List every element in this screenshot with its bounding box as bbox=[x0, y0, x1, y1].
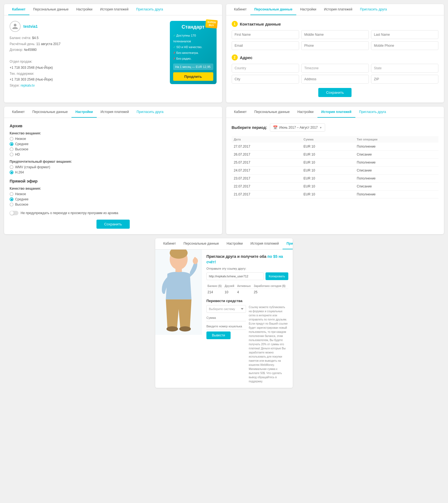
settings-save-button[interactable]: Сохранить bbox=[96, 220, 130, 229]
live-quality-label: Качество вещания: bbox=[10, 187, 217, 190]
amount-input[interactable] bbox=[206, 314, 246, 321]
tab-invite-p2[interactable]: Пригласить друга bbox=[356, 4, 391, 15]
username: testvia1 bbox=[23, 24, 38, 29]
payment-system-select[interactable]: Выберите систему bbox=[206, 305, 246, 313]
section-number-2: 2 bbox=[232, 54, 238, 60]
tab-history-p5[interactable]: История платежей bbox=[247, 238, 283, 249]
first-name-input[interactable] bbox=[232, 30, 299, 39]
tab-personal-p5[interactable]: Персональные данные bbox=[180, 238, 223, 249]
archive-quality-low[interactable]: Низкое bbox=[10, 137, 217, 141]
payment-date: 25.07.2017 bbox=[232, 159, 302, 167]
payment-date: 27.07.2017 bbox=[232, 143, 302, 151]
country-select[interactable]: Country bbox=[232, 64, 299, 73]
tab-personal-p1[interactable]: Персональные данные bbox=[29, 4, 73, 15]
live-title: Прямой эфир bbox=[10, 179, 217, 183]
tab-cabinet-p3[interactable]: Кабинет bbox=[8, 107, 29, 118]
tab-personal-p3[interactable]: Персональные данные bbox=[29, 107, 72, 118]
col-date: Дата bbox=[232, 136, 302, 143]
payment-amount: EUR 10 bbox=[301, 190, 355, 198]
payment-amount: EUR 10 bbox=[301, 159, 355, 167]
payment-date: 22.07.2017 bbox=[232, 183, 302, 190]
payment-type: Пополнение bbox=[355, 175, 438, 183]
mobile-input[interactable] bbox=[371, 41, 439, 50]
payments-tabs: Кабинет Персональные данные Настройки Ис… bbox=[226, 107, 444, 118]
table-row: 26.07.2017 EUR 10 Списание bbox=[232, 151, 439, 159]
payment-date: 21.07.2017 bbox=[232, 190, 302, 198]
live-quality-mid[interactable]: Среднее bbox=[10, 197, 217, 201]
tab-settings-p1[interactable]: Настройки bbox=[72, 4, 96, 15]
email-input[interactable] bbox=[232, 41, 299, 50]
live-quality-high[interactable]: Высокое bbox=[10, 203, 217, 206]
stats-balance: 214 bbox=[206, 289, 223, 296]
transfer-section: Перевести средства Выберите систему Выве… bbox=[206, 299, 288, 383]
plan-features: Доступны 170 телеканалов SD и HD качеств… bbox=[173, 33, 213, 61]
archive-quality-group: Низкое Среднее Высокое HD bbox=[10, 137, 217, 156]
timezone-select[interactable]: Timezone bbox=[301, 64, 369, 73]
col-type: Тип операции bbox=[355, 136, 438, 143]
name-row bbox=[232, 30, 439, 39]
tab-settings-p3[interactable]: Настройки bbox=[71, 107, 96, 118]
tab-invite-p5[interactable]: Пригласить друга bbox=[283, 238, 293, 249]
tab-settings-p2[interactable]: Настройки bbox=[296, 4, 320, 15]
payment-type: Пополнение bbox=[355, 159, 438, 167]
period-label: Выберите период: bbox=[232, 125, 267, 130]
invite-tabs: Кабинет Персональные данные Настройки Ис… bbox=[155, 238, 293, 250]
payment-amount: EUR 10 bbox=[301, 167, 355, 175]
avatar bbox=[10, 21, 21, 32]
phone-input[interactable] bbox=[301, 41, 369, 50]
period-selector[interactable]: 📅 Июнь 2017 – Август 2017 ▼ bbox=[270, 123, 325, 132]
zip-input[interactable] bbox=[371, 75, 439, 84]
renew-button[interactable]: Продлить bbox=[173, 72, 213, 81]
tab-invite-p3[interactable]: Пригласить друга bbox=[133, 107, 167, 118]
tab-cabinet-p4[interactable]: Кабинет bbox=[230, 107, 251, 118]
last-name-input[interactable] bbox=[371, 30, 439, 39]
tab-history-p2[interactable]: История платежей bbox=[320, 4, 356, 15]
tab-personal-p2[interactable]: Персональные данные bbox=[250, 4, 296, 15]
tab-invite-p1[interactable]: Пригласить друга bbox=[132, 4, 167, 15]
archive-quality-high[interactable]: Высокое bbox=[10, 147, 217, 151]
payment-date: 24.07.2017 bbox=[232, 167, 302, 175]
archive-quality-mid[interactable]: Среднее bbox=[10, 142, 217, 146]
payment-type: Пополнение bbox=[355, 143, 438, 151]
tab-personal-p4[interactable]: Персональные данные bbox=[250, 107, 294, 118]
tab-cabinet-p5[interactable]: Кабинет bbox=[159, 238, 180, 249]
table-row: 25.07.2017 EUR 10 Пополнение bbox=[232, 159, 439, 167]
live-quality-low[interactable]: Низкое bbox=[10, 192, 217, 196]
invite-content: Пригласи друга и получите оба по $5 на с… bbox=[202, 250, 293, 388]
tab-cabinet-p2[interactable]: Кабинет bbox=[230, 4, 251, 15]
address-input[interactable] bbox=[301, 75, 369, 84]
payment-type: Списание bbox=[355, 183, 438, 190]
tab-settings-p4[interactable]: Настройки bbox=[294, 107, 317, 118]
tab-history-p3[interactable]: История платежей bbox=[97, 107, 133, 118]
tab-invite-p4[interactable]: Пригласить друга bbox=[355, 107, 390, 118]
state-select[interactable]: State bbox=[371, 64, 439, 73]
period-select[interactable]: На 1 месяц — EUR 12,95 bbox=[173, 63, 213, 70]
period-value: Июнь 2017 – Август 2017 bbox=[279, 126, 318, 129]
archive-quality-hd[interactable]: HD bbox=[10, 153, 217, 156]
tab-cabinet[interactable]: Кабинет bbox=[8, 4, 29, 15]
withdraw-button[interactable]: Вывести bbox=[206, 331, 231, 339]
personal-tabs: Кабинет Персональные данные Настройки Ис… bbox=[226, 4, 444, 15]
wallet-input[interactable] bbox=[206, 323, 246, 330]
archive-warning-toggle[interactable] bbox=[10, 211, 18, 215]
tab-history-p4[interactable]: История платежей bbox=[317, 107, 355, 118]
contact-section-title: Контактные данные bbox=[240, 22, 281, 26]
payment-type: Пополнение bbox=[355, 190, 438, 198]
geo-row1: Country Timezone State bbox=[232, 64, 439, 73]
tab-history-p1[interactable]: История платежей bbox=[96, 4, 132, 15]
address-section-header: 2 Адрес bbox=[232, 54, 439, 60]
tab-settings-p5[interactable]: Настройки bbox=[223, 238, 247, 249]
invite-description: Ссылку можете публиковать на форумах и с… bbox=[249, 305, 288, 383]
city-input[interactable] bbox=[232, 75, 299, 84]
personal-save-button[interactable]: Сохранить bbox=[318, 88, 352, 97]
format-h264[interactable]: H.264 bbox=[10, 170, 217, 174]
invite-link-input[interactable] bbox=[206, 272, 264, 280]
payment-date: 23.07.2017 bbox=[232, 175, 302, 183]
format-wmv[interactable]: WMV (старый формат) bbox=[10, 165, 217, 169]
table-row: 22.07.2017 EUR 10 Списание bbox=[232, 183, 439, 190]
toggle-label: Не предупреждать о переходе к просмотру … bbox=[21, 211, 118, 215]
copy-button[interactable]: Копировать bbox=[266, 272, 288, 280]
format-group: WMV (старый формат) H.264 bbox=[10, 165, 217, 174]
invite-sublabel: Отправьте эту ссылку другу: bbox=[206, 267, 288, 270]
middle-name-input[interactable] bbox=[301, 30, 369, 39]
